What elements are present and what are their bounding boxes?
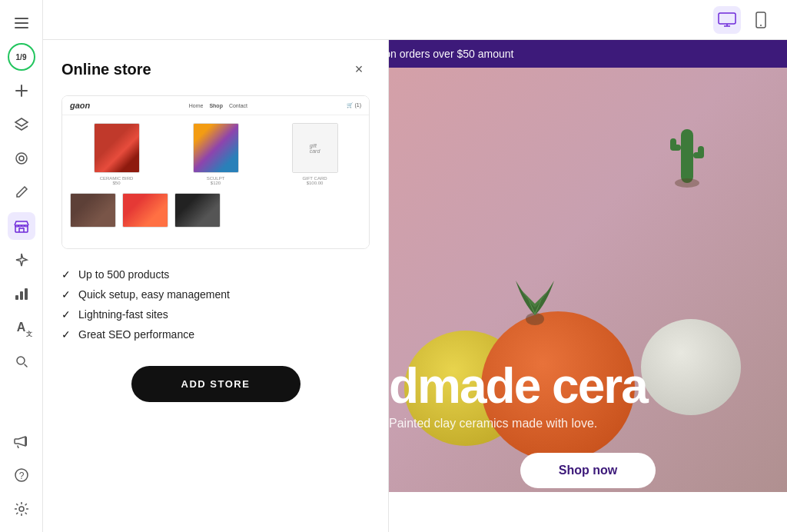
main-area: Free shipping on orders over $50 amount: [43, 0, 787, 532]
preview-logo: gaon: [70, 101, 90, 110]
add-store-button[interactable]: ADD STORE: [131, 366, 301, 402]
feature-list: ✓ Up to 500 products ✓ Quick setup, easy…: [61, 264, 370, 344]
svg-rect-21: [698, 146, 704, 157]
svg-rect-7: [20, 291, 23, 300]
preview-product-3: giftcard GIFT CARD$100.00: [268, 123, 361, 185]
check-icon-2: ✓: [61, 288, 71, 301]
product-label-3: GIFT CARD$100.00: [302, 176, 327, 185]
menu-icon[interactable]: [8, 9, 35, 37]
check-icon-4: ✓: [61, 328, 71, 341]
mobile-device-button[interactable]: [747, 6, 775, 34]
settings-icon[interactable]: [8, 495, 35, 523]
search-icon[interactable]: [8, 347, 35, 375]
shop-now-area: Shop now: [389, 448, 787, 492]
top-bar: [43, 0, 787, 40]
svg-text:?: ?: [18, 470, 24, 481]
step-counter[interactable]: 1/9: [8, 43, 35, 71]
layers-icon[interactable]: [8, 111, 35, 138]
panel: Online store × gaon Home Shop Contact 🛒 …: [43, 40, 389, 532]
desktop-device-button[interactable]: [713, 6, 741, 34]
svg-point-12: [19, 507, 24, 511]
theme-icon[interactable]: [8, 145, 35, 172]
panel-header: Online store ×: [61, 58, 370, 80]
close-button[interactable]: ×: [348, 58, 370, 80]
check-icon-1: ✓: [61, 268, 71, 281]
add-icon[interactable]: [8, 77, 35, 105]
feature-item-2: ✓ Quick setup, easy management: [61, 284, 370, 304]
store-icon[interactable]: [8, 212, 35, 240]
sparkle-icon[interactable]: [8, 246, 35, 274]
chart-icon[interactable]: [8, 280, 35, 308]
hero-text-overlay: dmade cera Painted clay ceramics made wi…: [389, 361, 787, 431]
help-icon[interactable]: ?: [8, 461, 35, 489]
check-icon-3: ✓: [61, 308, 71, 321]
preview-product-1: CERAMIC BIRD$50: [70, 123, 163, 185]
panel-title: Online store: [61, 61, 151, 78]
svg-rect-0: [15, 18, 28, 19]
preview-product-2: SCULPT$120: [169, 123, 262, 185]
svg-point-4: [19, 156, 24, 161]
product-label-1: CERAMIC BIRD$50: [100, 176, 134, 185]
preview-products-row1: CERAMIC BIRD$50 SCULPT$120 giftcard GIFT…: [62, 115, 369, 193]
svg-rect-1: [15, 22, 28, 24]
preview-nav-links: Home Shop Contact: [189, 103, 247, 108]
svg-point-22: [675, 178, 699, 188]
svg-rect-2: [15, 27, 28, 28]
svg-rect-17: [681, 129, 693, 183]
svg-point-3: [16, 153, 27, 164]
svg-point-9: [17, 357, 25, 364]
product-label-2: SCULPT$120: [207, 176, 225, 185]
feature-item-3: ✓ Lightning-fast sites: [61, 304, 370, 324]
shop-now-button[interactable]: Shop now: [520, 453, 656, 488]
svg-rect-8: [25, 288, 28, 300]
succulent-svg: [504, 265, 566, 327]
translate-icon[interactable]: A 文: [8, 314, 35, 341]
svg-rect-13: [719, 13, 736, 24]
sidebar: 1/9 A 文 ?: [0, 0, 43, 532]
hero-subtitle: Painted clay ceramics made with love.: [389, 417, 787, 431]
hero-heading: dmade cera: [389, 361, 787, 411]
svg-rect-19: [670, 138, 676, 149]
preview-products-row2: [62, 193, 369, 228]
svg-rect-6: [15, 295, 18, 300]
cactus-svg: [664, 114, 710, 206]
announce-icon[interactable]: [8, 427, 35, 455]
preview-nav: gaon Home Shop Contact 🛒 (1): [62, 96, 369, 115]
feature-item-1: ✓ Up to 500 products: [61, 264, 370, 284]
edit-icon[interactable]: [8, 178, 35, 206]
store-preview-box: gaon Home Shop Contact 🛒 (1) CERAMIC BIR…: [61, 95, 370, 249]
svg-point-15: [760, 25, 762, 26]
feature-item-4: ✓ Great SEO performance: [61, 324, 370, 344]
